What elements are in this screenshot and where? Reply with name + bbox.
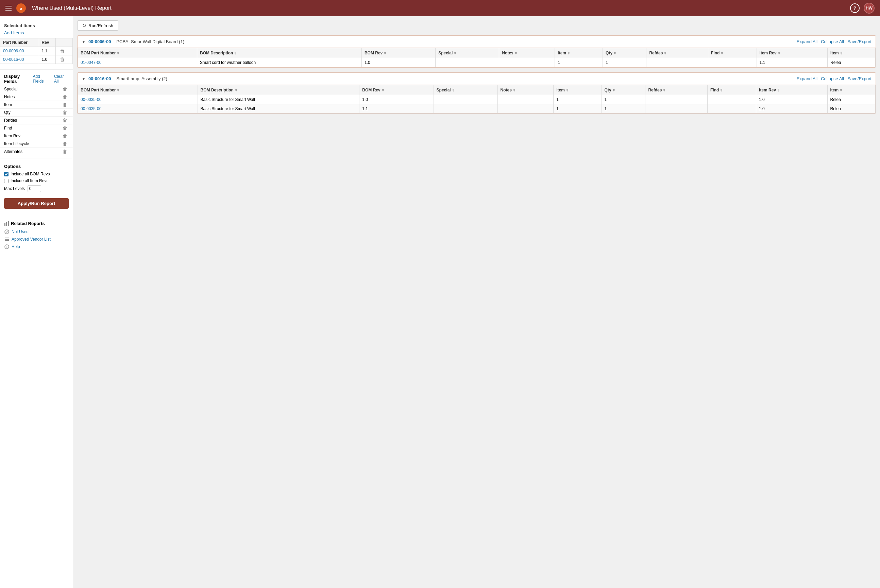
selected-items-table: Part Number Rev 00-0006-00 1.1 🗑 00-0016… bbox=[0, 38, 73, 64]
col-header: Item⇕ bbox=[827, 85, 875, 95]
field-delete-button[interactable]: 🗑 bbox=[61, 141, 69, 147]
add-fields-link[interactable]: Add Fields bbox=[33, 74, 51, 84]
bom-rev-cell: 1.0 bbox=[362, 58, 435, 67]
related-report-item[interactable]: Approved Vendor List bbox=[4, 236, 69, 243]
field-label: Item Lifecycle bbox=[4, 141, 29, 146]
apply-run-button[interactable]: Apply/Run Report bbox=[4, 198, 69, 209]
part-number-cell[interactable]: 00-0016-00 bbox=[0, 56, 39, 64]
item-rev-cell: 1.0 bbox=[756, 95, 827, 104]
clear-all-link[interactable]: Clear All bbox=[54, 74, 69, 84]
svg-rect-7 bbox=[5, 238, 9, 238]
item-cell: 1 bbox=[554, 104, 602, 114]
field-delete-button[interactable]: 🗑 bbox=[61, 86, 69, 92]
include-all-item-revs-row[interactable]: Include all Item Revs bbox=[4, 178, 69, 183]
bom-part-number-cell[interactable]: 00-0035-00 bbox=[78, 104, 198, 114]
rev-cell: 1.1 bbox=[39, 47, 56, 56]
field-label: Special bbox=[4, 87, 17, 92]
expand-all-link[interactable]: Expand All bbox=[797, 76, 817, 81]
field-label: Notes bbox=[4, 94, 15, 99]
col-header: BOM Rev⇕ bbox=[362, 48, 435, 58]
field-delete-button[interactable]: 🗑 bbox=[61, 133, 69, 139]
table-row: 00-0006-00 1.1 🗑 bbox=[0, 47, 73, 56]
delete-button[interactable]: 🗑 bbox=[59, 48, 66, 54]
svg-rect-3 bbox=[6, 222, 7, 226]
display-fields-title: Display Fields bbox=[4, 74, 33, 84]
related-report-item[interactable]: Not Used bbox=[4, 228, 69, 236]
table-header-row: BOM Part Number⇕ BOM Description⇕ BOM Re… bbox=[78, 85, 875, 95]
refdes-cell bbox=[646, 95, 707, 104]
expand-all-link[interactable]: Expand All bbox=[797, 39, 817, 44]
field-delete-button[interactable]: 🗑 bbox=[61, 102, 69, 107]
refdes-cell bbox=[646, 104, 707, 114]
section-description: - PCBA, SmartWall Digital Board (1) bbox=[114, 39, 184, 44]
field-delete-button[interactable]: 🗑 bbox=[61, 94, 69, 100]
include-all-bom-revs-checkbox[interactable] bbox=[4, 172, 9, 176]
add-items-link[interactable]: Add Items bbox=[0, 30, 73, 38]
svg-text:i: i bbox=[6, 245, 7, 249]
run-refresh-button[interactable]: ↻ Run/Refresh bbox=[77, 20, 118, 31]
delete-cell: 🗑 bbox=[56, 56, 73, 64]
menu-icon[interactable] bbox=[6, 6, 12, 10]
notes-cell bbox=[497, 95, 554, 104]
include-all-item-revs-checkbox[interactable] bbox=[4, 179, 9, 183]
help-button[interactable]: ? bbox=[850, 3, 860, 13]
field-delete-button[interactable]: 🗑 bbox=[61, 125, 69, 131]
bom-description-cell: Basic Structure for Smart Wall bbox=[198, 104, 359, 114]
bom-part-number-cell[interactable]: 00-0035-00 bbox=[78, 95, 198, 104]
col-header: Item Rev⇕ bbox=[756, 85, 827, 95]
item-rev-cell: 1.1 bbox=[757, 58, 827, 67]
col-header: Item⇕ bbox=[827, 48, 875, 58]
notes-cell bbox=[497, 104, 554, 114]
section-id[interactable]: 00-0006-00 bbox=[89, 39, 111, 44]
max-levels-input[interactable] bbox=[27, 185, 41, 192]
section-description: - SmartLamp, Assembly (2) bbox=[114, 76, 167, 81]
table-body: 00-0035-00 Basic Structure for Smart Wal… bbox=[78, 95, 875, 114]
max-levels-row: Max Levels bbox=[4, 185, 69, 192]
include-all-bom-revs-row[interactable]: Include all BOM Revs bbox=[4, 172, 69, 176]
collapse-button[interactable]: ▼ bbox=[82, 39, 86, 44]
collapse-button[interactable]: ▼ bbox=[82, 76, 86, 81]
report-section: ▼ 00-0006-00 - PCBA, SmartWall Digital B… bbox=[77, 35, 876, 68]
col-header: BOM Part Number⇕ bbox=[78, 48, 197, 58]
related-report-label: Help bbox=[12, 244, 20, 249]
circle-slash-icon bbox=[4, 229, 9, 234]
bom-rev-cell: 1.0 bbox=[359, 95, 434, 104]
refdes-cell bbox=[646, 58, 708, 67]
col-header: Find⇕ bbox=[708, 48, 757, 58]
item-rev-cell: 1.0 bbox=[756, 104, 827, 114]
options-section: Options Include all BOM Revs Include all… bbox=[0, 161, 73, 195]
col-header: BOM Description⇕ bbox=[198, 85, 359, 95]
divider-1 bbox=[0, 69, 73, 70]
logo: a bbox=[16, 3, 27, 14]
item-lifecycle-cell: Relea bbox=[827, 104, 875, 114]
col-header: Item Rev⇕ bbox=[757, 48, 827, 58]
field-delete-button[interactable]: 🗑 bbox=[61, 149, 69, 154]
collapse-all-link[interactable]: Collapse All bbox=[821, 39, 844, 44]
bom-part-number-cell[interactable]: 01-0047-00 bbox=[78, 58, 197, 67]
section-id[interactable]: 00-0016-00 bbox=[89, 76, 111, 81]
save-export-link[interactable]: Save/Export bbox=[847, 76, 871, 81]
related-report-item[interactable]: iHelp bbox=[4, 243, 69, 250]
main-layout: Selected Items Add Items Part Number Rev… bbox=[0, 16, 880, 588]
notes-cell bbox=[499, 58, 555, 67]
col-header: Notes⇕ bbox=[499, 48, 555, 58]
item-cell: 1 bbox=[555, 58, 603, 67]
table-row: 01-0047-00 Smart cord for weather balloo… bbox=[78, 58, 875, 67]
svg-rect-4 bbox=[8, 221, 9, 226]
col-delete bbox=[56, 38, 73, 47]
section-actions: Expand All Collapse All Save/Export bbox=[797, 76, 871, 81]
qty-cell: 1 bbox=[603, 58, 646, 67]
field-delete-button[interactable]: 🗑 bbox=[61, 110, 69, 115]
save-export-link[interactable]: Save/Export bbox=[847, 39, 871, 44]
collapse-all-link[interactable]: Collapse All bbox=[821, 76, 844, 81]
col-header: Notes⇕ bbox=[497, 85, 554, 95]
part-number-cell[interactable]: 00-0006-00 bbox=[0, 47, 39, 56]
report-section: ▼ 00-0016-00 - SmartLamp, Assembly (2) E… bbox=[77, 72, 876, 114]
col-header: Qty⇕ bbox=[602, 85, 646, 95]
field-delete-button[interactable]: 🗑 bbox=[61, 118, 69, 123]
field-row: Item 🗑 bbox=[0, 100, 73, 108]
report-sections: ▼ 00-0006-00 - PCBA, SmartWall Digital B… bbox=[77, 35, 876, 114]
field-label: Item bbox=[4, 102, 12, 107]
user-avatar[interactable]: HW bbox=[863, 3, 874, 14]
delete-button[interactable]: 🗑 bbox=[59, 57, 66, 62]
